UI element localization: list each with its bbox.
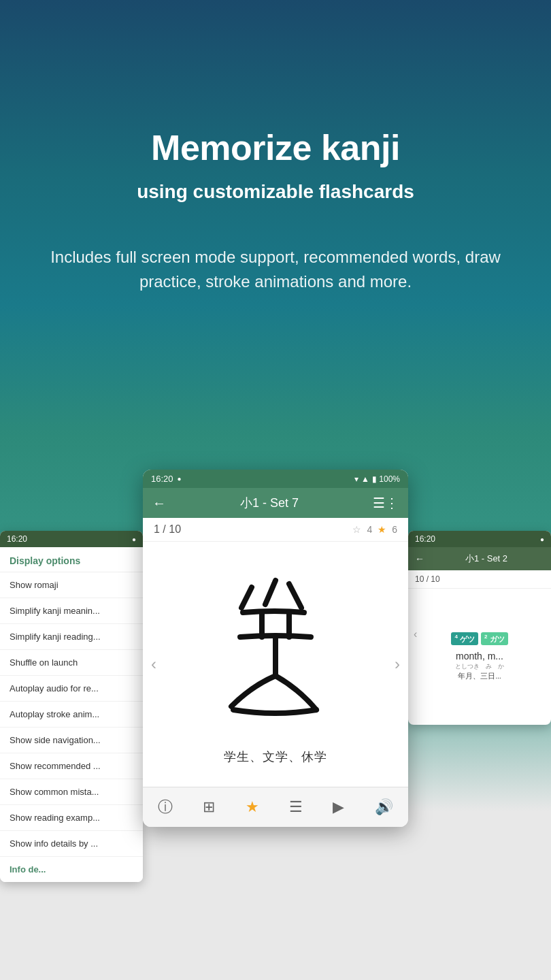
screenshots-area: 16:20 ● Display options Show romaji Simp… <box>0 436 551 980</box>
list-nav-icon[interactable]: ☰ <box>284 796 308 819</box>
menu-header: Display options <box>0 547 143 572</box>
flashcard-body[interactable]: ‹ <box>143 542 408 787</box>
menu-item-autoplay-stroke[interactable]: Autoplay stroke anim... <box>0 702 143 728</box>
back-button[interactable]: ← <box>152 495 166 511</box>
menu-item-side-nav[interactable]: Show side navigation... <box>0 728 143 753</box>
menu-item-reading-examples[interactable]: Show reading examp... <box>0 805 143 831</box>
center-status-icon: ● <box>178 475 182 483</box>
menu-item-autoplay-audio[interactable]: Autoplay audio for re... <box>0 676 143 702</box>
phone-right: 16:20 ● ← 小1 - Set 2 10 / 10 ‹ 4 ゲツ 2 ガツ <box>408 531 551 725</box>
play-nav-icon[interactable]: ▶ <box>327 796 350 819</box>
center-status-time: 16:20 <box>151 474 173 484</box>
star-outline-count: 4 <box>367 524 372 535</box>
nav-left-arrow[interactable]: ‹ <box>151 655 156 674</box>
right-meaning: month, m... <box>456 651 503 662</box>
card-header: 1 / 10 ☆ 4 ★ 6 <box>143 518 408 542</box>
audio-nav-icon[interactable]: 🔊 <box>369 796 399 819</box>
star-filled-count: 6 <box>392 524 397 535</box>
word-badges: 4 ゲツ 2 ガツ <box>451 632 507 646</box>
battery-icon: ▮ 100% <box>372 474 400 484</box>
hero-title: Memorize kanji <box>151 128 400 169</box>
star-filled-icon: ★ <box>378 524 386 535</box>
list-icon[interactable]: ☰ <box>373 495 385 511</box>
phone-left: 16:20 ● Display options Show romaji Simp… <box>0 531 143 882</box>
right-counter: 10 / 10 <box>408 570 551 589</box>
phone-center: 16:20 ● ▾ ▲ ▮ 100% ← 小1 - Set 7 ☰ ⋮ 1 / … <box>143 470 408 827</box>
center-toolbar: ← 小1 - Set 7 ☰ ⋮ <box>143 488 408 518</box>
badge-getsu-number: 4 <box>454 634 457 640</box>
more-icon[interactable]: ⋮ <box>385 495 399 511</box>
menu-item-recommended[interactable]: Show recommended ... <box>0 753 143 779</box>
left-status-icon: ● <box>132 536 136 543</box>
hero-subtitle: using customizable flashcards <box>137 180 414 204</box>
menu-item-romaji[interactable]: Show romaji <box>0 572 143 598</box>
bottom-nav-bar: ⓘ ⊞ ★ ☰ ▶ 🔊 <box>143 787 408 827</box>
badge-gatsu-number: 2 <box>484 634 487 640</box>
right-toolbar-title: 小1 - Set 2 <box>429 553 544 565</box>
right-card-body: ‹ 4 ゲツ 2 ガツ month, m... としつき み か 年月、三日..… <box>408 589 551 725</box>
grid-nav-icon[interactable]: ⊞ <box>197 796 220 819</box>
menu-panel: Display options Show romaji Simplify kan… <box>0 547 143 882</box>
left-status-bar: 16:20 ● <box>0 531 143 547</box>
hero-description: Includes full screen mode support, recom… <box>44 245 507 294</box>
hero-section: Memorize kanji using customizable flashc… <box>0 0 551 436</box>
card-stars: ☆ 4 ★ 6 <box>352 524 397 535</box>
info-nav-icon[interactable]: ⓘ <box>152 794 178 820</box>
menu-item-simplify-meaning[interactable]: Simplify kanji meanin... <box>0 598 143 624</box>
menu-item-shuffle[interactable]: Shuffle on launch <box>0 650 143 676</box>
left-status-time: 16:20 <box>7 534 27 544</box>
toolbar-title: 小1 - Set 7 <box>171 495 367 511</box>
right-left-arrow[interactable]: ‹ <box>414 628 417 640</box>
center-status-icons: ▾ ▲ ▮ 100% <box>354 474 400 484</box>
card-counter: 1 / 10 <box>154 523 181 536</box>
right-status-time: 16:20 <box>415 534 435 544</box>
star-nav-icon[interactable]: ★ <box>240 796 265 819</box>
right-status-bar: 16:20 ● <box>408 531 551 547</box>
nav-right-arrow[interactable]: › <box>395 655 400 674</box>
right-back-icon[interactable]: ← <box>415 553 424 564</box>
signal-icon: ▲ <box>361 474 369 484</box>
right-status-icon: ● <box>540 536 544 543</box>
menu-item-simplify-reading[interactable]: Simplify kanji reading... <box>0 624 143 650</box>
menu-item-info-de[interactable]: Info de... <box>0 857 143 882</box>
screenshots-container: 16:20 ● Display options Show romaji Simp… <box>0 449 551 980</box>
right-toolbar: ← 小1 - Set 2 <box>408 547 551 570</box>
badge-getsu: 4 ゲツ <box>451 632 478 646</box>
star-outline-icon: ☆ <box>352 524 361 535</box>
right-examples: 年月、三日... <box>458 671 501 681</box>
center-status-bar: 16:20 ● ▾ ▲ ▮ 100% <box>143 470 408 488</box>
menu-item-common-mistakes[interactable]: Show common mista... <box>0 779 143 805</box>
badge-gatsu: 2 ガツ <box>481 632 508 646</box>
kanji-words: 学生、文学、休学 <box>224 749 327 765</box>
menu-item-info-details[interactable]: Show info details by ... <box>0 831 143 857</box>
wifi-icon: ▾ <box>354 474 358 484</box>
kanji-svg <box>201 564 350 740</box>
right-readings-label: としつき み か <box>455 662 504 671</box>
